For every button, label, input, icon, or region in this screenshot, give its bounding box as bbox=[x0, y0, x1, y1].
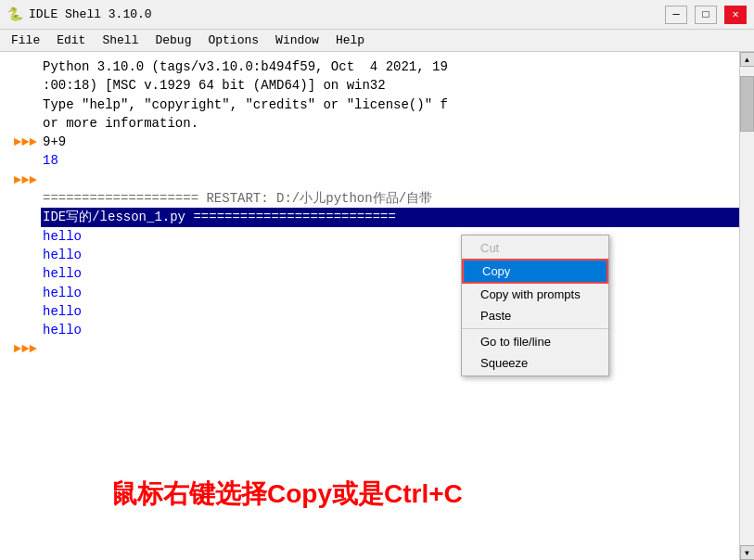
shell-line-hello-3: hello bbox=[0, 264, 739, 283]
app-icon: 🐍 bbox=[7, 6, 23, 22]
context-menu-cut[interactable]: Cut bbox=[462, 237, 608, 259]
context-menu-copy-with-prompts[interactable]: Copy with prompts bbox=[462, 284, 608, 305]
lines-container[interactable]: Python 3.10.0 (tags/v3.10.0:b494f59, Oct… bbox=[0, 52, 739, 560]
prompt-5: ►►► bbox=[0, 133, 41, 151]
minimize-button[interactable]: ─ bbox=[665, 6, 687, 24]
shell-line-restart: ==================== RESTART: D:/小儿pytho… bbox=[0, 189, 739, 208]
shell-area: Python 3.10.0 (tags/v3.10.0:b494f59, Oct… bbox=[0, 52, 754, 560]
menu-options[interactable]: Options bbox=[200, 32, 266, 49]
menu-shell[interactable]: Shell bbox=[95, 32, 146, 49]
menu-bar: File Edit Shell Debug Options Window Hel… bbox=[0, 30, 754, 52]
menu-edit[interactable]: Edit bbox=[49, 32, 93, 49]
prompt-final: ►►► bbox=[0, 339, 41, 358]
shell-line-2: :00:18) [MSC v.1929 64 bit (AMD64)] on w… bbox=[0, 76, 739, 95]
line-content-hello-6: hello bbox=[41, 321, 739, 339]
line-content-hello-1: hello bbox=[41, 227, 739, 246]
app-title: IDLE Shell 3.10.0 bbox=[29, 7, 152, 21]
shell-line-ide: IDE写的/lesson_1.py ======================… bbox=[0, 208, 739, 226]
maximize-button[interactable]: □ bbox=[695, 6, 717, 24]
menu-help[interactable]: Help bbox=[328, 32, 372, 49]
line-content-hello-4: hello bbox=[41, 284, 739, 302]
shell-line-1: Python 3.10.0 (tags/v3.10.0:b494f59, Oct… bbox=[0, 57, 739, 76]
line-content-hello-5: hello bbox=[41, 302, 739, 321]
scrollbar-track[interactable] bbox=[740, 67, 754, 545]
shell-line-final: ►►► bbox=[0, 339, 739, 358]
shell-line-5: ►►► 9+9 bbox=[0, 133, 739, 151]
prompt-7: ►►► bbox=[0, 171, 41, 189]
scrollbar-thumb[interactable] bbox=[740, 76, 754, 132]
line-content-restart: ==================== RESTART: D:/小儿pytho… bbox=[41, 189, 739, 208]
line-content-1: Python 3.10.0 (tags/v3.10.0:b494f59, Oct… bbox=[41, 57, 739, 76]
title-bar-left: 🐍 IDLE Shell 3.10.0 bbox=[7, 6, 152, 22]
shell-line-3: Type "help", "copyright", "credits" or "… bbox=[0, 95, 739, 114]
line-content-3: Type "help", "copyright", "credits" or "… bbox=[41, 95, 739, 114]
shell-line-4: or more information. bbox=[0, 114, 739, 133]
shell-line-hello-5: hello bbox=[0, 302, 739, 321]
shell-line-hello-4: hello bbox=[0, 284, 739, 302]
shell-line-hello-6: hello bbox=[0, 321, 739, 339]
context-menu-squeeze[interactable]: Squeeze bbox=[462, 352, 608, 374]
line-content-hello-2: hello bbox=[41, 246, 739, 264]
context-menu: Cut Copy Copy with prompts Paste Go to f… bbox=[461, 235, 609, 376]
context-menu-copy[interactable]: Copy bbox=[462, 259, 608, 284]
line-content-5: 9+9 bbox=[41, 133, 739, 151]
line-content-6: 18 bbox=[41, 151, 739, 170]
close-button[interactable]: ✕ bbox=[724, 6, 747, 24]
scrollbar[interactable]: ▲ ▼ bbox=[739, 52, 754, 560]
menu-debug[interactable]: Debug bbox=[147, 32, 198, 49]
context-menu-separator bbox=[462, 328, 608, 329]
shell-line-hello-1: hello bbox=[0, 227, 739, 246]
menu-window[interactable]: Window bbox=[268, 32, 326, 49]
line-content-2: :00:18) [MSC v.1929 64 bit (AMD64)] on w… bbox=[41, 76, 739, 95]
annotation-text: 鼠标右键选择Copy或是Ctrl+C bbox=[111, 476, 463, 514]
context-menu-paste[interactable]: Paste bbox=[462, 305, 608, 326]
shell-line-6: 18 bbox=[0, 151, 739, 170]
scroll-up-button[interactable]: ▲ bbox=[740, 52, 755, 67]
shell-line-7: ►►► bbox=[0, 171, 739, 189]
context-menu-goto-file[interactable]: Go to file/line bbox=[462, 331, 608, 352]
line-content-hello-3: hello bbox=[41, 264, 739, 283]
scroll-down-button[interactable]: ▼ bbox=[740, 545, 755, 560]
shell-line-hello-2: hello bbox=[0, 246, 739, 264]
line-content-4: or more information. bbox=[41, 114, 739, 133]
line-content-ide: IDE写的/lesson_1.py ======================… bbox=[41, 208, 739, 226]
title-bar: 🐍 IDLE Shell 3.10.0 ─ □ ✕ bbox=[0, 0, 754, 30]
menu-file[interactable]: File bbox=[4, 32, 47, 49]
title-bar-controls: ─ □ ✕ bbox=[665, 6, 747, 24]
shell-wrapper: Python 3.10.0 (tags/v3.10.0:b494f59, Oct… bbox=[0, 52, 754, 560]
